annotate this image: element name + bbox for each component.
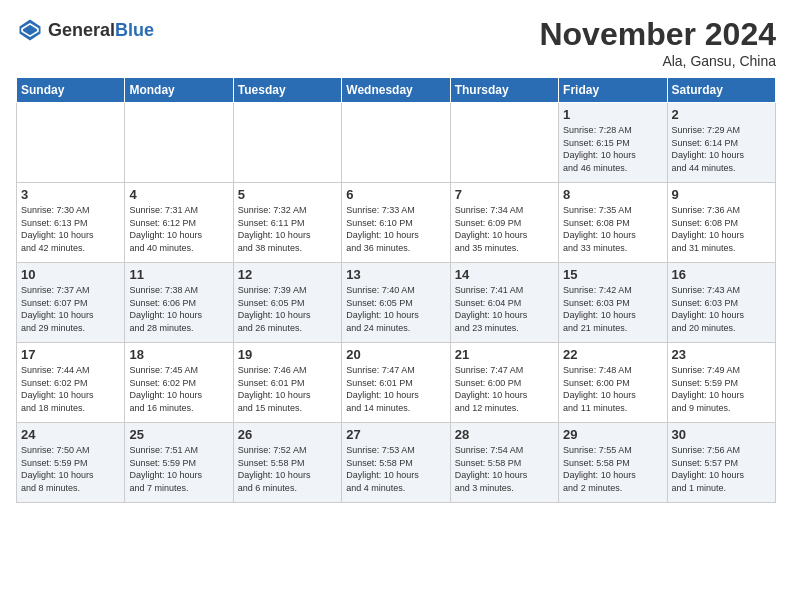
logo: GeneralBlue (16, 16, 154, 44)
calendar-cell: 7Sunrise: 7:34 AM Sunset: 6:09 PM Daylig… (450, 183, 558, 263)
day-info: Sunrise: 7:48 AM Sunset: 6:00 PM Dayligh… (563, 364, 662, 414)
day-info: Sunrise: 7:34 AM Sunset: 6:09 PM Dayligh… (455, 204, 554, 254)
day-number: 15 (563, 267, 662, 282)
calendar-cell: 16Sunrise: 7:43 AM Sunset: 6:03 PM Dayli… (667, 263, 775, 343)
calendar-cell: 5Sunrise: 7:32 AM Sunset: 6:11 PM Daylig… (233, 183, 341, 263)
calendar-cell (17, 103, 125, 183)
header-day: Friday (559, 78, 667, 103)
calendar-cell: 26Sunrise: 7:52 AM Sunset: 5:58 PM Dayli… (233, 423, 341, 503)
calendar-week-row: 24Sunrise: 7:50 AM Sunset: 5:59 PM Dayli… (17, 423, 776, 503)
day-number: 22 (563, 347, 662, 362)
day-info: Sunrise: 7:28 AM Sunset: 6:15 PM Dayligh… (563, 124, 662, 174)
day-info: Sunrise: 7:47 AM Sunset: 6:00 PM Dayligh… (455, 364, 554, 414)
day-info: Sunrise: 7:55 AM Sunset: 5:58 PM Dayligh… (563, 444, 662, 494)
day-info: Sunrise: 7:40 AM Sunset: 6:05 PM Dayligh… (346, 284, 445, 334)
page-container: GeneralBlue November 2024 Ala, Gansu, Ch… (16, 16, 776, 503)
calendar-cell: 22Sunrise: 7:48 AM Sunset: 6:00 PM Dayli… (559, 343, 667, 423)
calendar-cell: 2Sunrise: 7:29 AM Sunset: 6:14 PM Daylig… (667, 103, 775, 183)
day-info: Sunrise: 7:32 AM Sunset: 6:11 PM Dayligh… (238, 204, 337, 254)
header: GeneralBlue November 2024 Ala, Gansu, Ch… (16, 16, 776, 69)
day-info: Sunrise: 7:29 AM Sunset: 6:14 PM Dayligh… (672, 124, 771, 174)
day-number: 21 (455, 347, 554, 362)
header-day: Tuesday (233, 78, 341, 103)
calendar-cell (342, 103, 450, 183)
day-number: 26 (238, 427, 337, 442)
day-number: 13 (346, 267, 445, 282)
day-info: Sunrise: 7:41 AM Sunset: 6:04 PM Dayligh… (455, 284, 554, 334)
day-number: 18 (129, 347, 228, 362)
day-info: Sunrise: 7:53 AM Sunset: 5:58 PM Dayligh… (346, 444, 445, 494)
header-row: SundayMondayTuesdayWednesdayThursdayFrid… (17, 78, 776, 103)
header-day: Thursday (450, 78, 558, 103)
day-info: Sunrise: 7:46 AM Sunset: 6:01 PM Dayligh… (238, 364, 337, 414)
calendar-cell: 19Sunrise: 7:46 AM Sunset: 6:01 PM Dayli… (233, 343, 341, 423)
logo-general: General (48, 20, 115, 40)
day-info: Sunrise: 7:52 AM Sunset: 5:58 PM Dayligh… (238, 444, 337, 494)
day-number: 8 (563, 187, 662, 202)
day-number: 1 (563, 107, 662, 122)
day-number: 5 (238, 187, 337, 202)
day-number: 25 (129, 427, 228, 442)
calendar-cell: 17Sunrise: 7:44 AM Sunset: 6:02 PM Dayli… (17, 343, 125, 423)
day-info: Sunrise: 7:45 AM Sunset: 6:02 PM Dayligh… (129, 364, 228, 414)
day-number: 17 (21, 347, 120, 362)
day-info: Sunrise: 7:39 AM Sunset: 6:05 PM Dayligh… (238, 284, 337, 334)
day-info: Sunrise: 7:49 AM Sunset: 5:59 PM Dayligh… (672, 364, 771, 414)
calendar-cell: 9Sunrise: 7:36 AM Sunset: 6:08 PM Daylig… (667, 183, 775, 263)
month-title: November 2024 (539, 16, 776, 53)
calendar-cell: 25Sunrise: 7:51 AM Sunset: 5:59 PM Dayli… (125, 423, 233, 503)
calendar-cell: 29Sunrise: 7:55 AM Sunset: 5:58 PM Dayli… (559, 423, 667, 503)
day-info: Sunrise: 7:47 AM Sunset: 6:01 PM Dayligh… (346, 364, 445, 414)
day-info: Sunrise: 7:36 AM Sunset: 6:08 PM Dayligh… (672, 204, 771, 254)
day-info: Sunrise: 7:50 AM Sunset: 5:59 PM Dayligh… (21, 444, 120, 494)
calendar-cell: 24Sunrise: 7:50 AM Sunset: 5:59 PM Dayli… (17, 423, 125, 503)
day-info: Sunrise: 7:42 AM Sunset: 6:03 PM Dayligh… (563, 284, 662, 334)
calendar-cell: 10Sunrise: 7:37 AM Sunset: 6:07 PM Dayli… (17, 263, 125, 343)
header-day: Wednesday (342, 78, 450, 103)
calendar-cell: 1Sunrise: 7:28 AM Sunset: 6:15 PM Daylig… (559, 103, 667, 183)
day-number: 14 (455, 267, 554, 282)
day-number: 7 (455, 187, 554, 202)
day-info: Sunrise: 7:51 AM Sunset: 5:59 PM Dayligh… (129, 444, 228, 494)
day-info: Sunrise: 7:38 AM Sunset: 6:06 PM Dayligh… (129, 284, 228, 334)
day-number: 10 (21, 267, 120, 282)
day-number: 28 (455, 427, 554, 442)
calendar-cell (450, 103, 558, 183)
calendar-cell: 14Sunrise: 7:41 AM Sunset: 6:04 PM Dayli… (450, 263, 558, 343)
calendar-week-row: 1Sunrise: 7:28 AM Sunset: 6:15 PM Daylig… (17, 103, 776, 183)
title-area: November 2024 Ala, Gansu, China (539, 16, 776, 69)
calendar-cell: 27Sunrise: 7:53 AM Sunset: 5:58 PM Dayli… (342, 423, 450, 503)
day-info: Sunrise: 7:30 AM Sunset: 6:13 PM Dayligh… (21, 204, 120, 254)
day-number: 27 (346, 427, 445, 442)
day-number: 12 (238, 267, 337, 282)
day-number: 23 (672, 347, 771, 362)
day-info: Sunrise: 7:37 AM Sunset: 6:07 PM Dayligh… (21, 284, 120, 334)
calendar-week-row: 3Sunrise: 7:30 AM Sunset: 6:13 PM Daylig… (17, 183, 776, 263)
calendar-cell: 28Sunrise: 7:54 AM Sunset: 5:58 PM Dayli… (450, 423, 558, 503)
day-number: 16 (672, 267, 771, 282)
location: Ala, Gansu, China (539, 53, 776, 69)
calendar-cell: 3Sunrise: 7:30 AM Sunset: 6:13 PM Daylig… (17, 183, 125, 263)
day-number: 30 (672, 427, 771, 442)
header-day: Sunday (17, 78, 125, 103)
calendar-cell: 18Sunrise: 7:45 AM Sunset: 6:02 PM Dayli… (125, 343, 233, 423)
day-number: 29 (563, 427, 662, 442)
calendar-cell: 21Sunrise: 7:47 AM Sunset: 6:00 PM Dayli… (450, 343, 558, 423)
day-info: Sunrise: 7:54 AM Sunset: 5:58 PM Dayligh… (455, 444, 554, 494)
calendar-cell (125, 103, 233, 183)
logo-blue: Blue (115, 20, 154, 40)
day-number: 9 (672, 187, 771, 202)
calendar-cell: 12Sunrise: 7:39 AM Sunset: 6:05 PM Dayli… (233, 263, 341, 343)
calendar-cell: 20Sunrise: 7:47 AM Sunset: 6:01 PM Dayli… (342, 343, 450, 423)
calendar-week-row: 10Sunrise: 7:37 AM Sunset: 6:07 PM Dayli… (17, 263, 776, 343)
day-number: 2 (672, 107, 771, 122)
calendar-cell: 13Sunrise: 7:40 AM Sunset: 6:05 PM Dayli… (342, 263, 450, 343)
day-info: Sunrise: 7:31 AM Sunset: 6:12 PM Dayligh… (129, 204, 228, 254)
header-day: Monday (125, 78, 233, 103)
day-number: 24 (21, 427, 120, 442)
day-info: Sunrise: 7:56 AM Sunset: 5:57 PM Dayligh… (672, 444, 771, 494)
day-number: 6 (346, 187, 445, 202)
day-info: Sunrise: 7:35 AM Sunset: 6:08 PM Dayligh… (563, 204, 662, 254)
day-info: Sunrise: 7:44 AM Sunset: 6:02 PM Dayligh… (21, 364, 120, 414)
day-info: Sunrise: 7:43 AM Sunset: 6:03 PM Dayligh… (672, 284, 771, 334)
